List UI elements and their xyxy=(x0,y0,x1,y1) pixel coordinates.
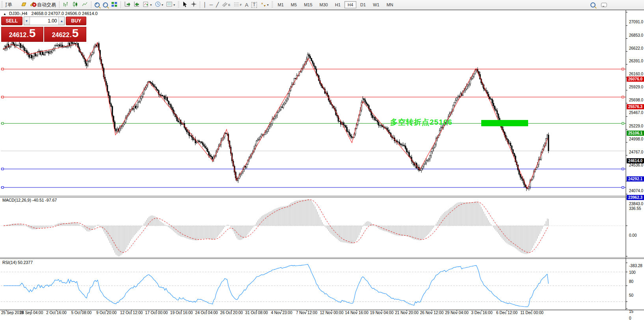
clock-icon xyxy=(155,1,161,8)
sell-price-box[interactable]: 24612.5 xyxy=(1,27,43,42)
autotrading-button[interactable]: 自动交易 xyxy=(28,1,58,9)
volume-decrease-button[interactable]: ▼ xyxy=(24,17,30,25)
candlestick-chart-button[interactable] xyxy=(71,1,80,9)
timeframe-button-h4[interactable]: H4 xyxy=(344,1,356,8)
collapse-panel-icon[interactable]: ▲ xyxy=(3,12,6,16)
dropdown-arrow-icon: ▾ xyxy=(173,3,175,7)
buy-price-box[interactable]: 24622.5 xyxy=(44,27,86,42)
highlight-rect xyxy=(481,120,528,126)
chart-title: ▲ DJ30-,H4 24658.0 24707.0 24506.0 24614… xyxy=(3,11,98,16)
timeframe-button-m15[interactable]: M15 xyxy=(301,1,315,8)
line-handle xyxy=(2,168,4,170)
zoom-in-button[interactable]: + xyxy=(93,1,101,9)
orders-button[interactable]: 订单 xyxy=(4,1,19,9)
crosshair-icon xyxy=(191,1,197,8)
cursor-icon xyxy=(182,1,188,9)
timeframe-button-w1[interactable]: W1 xyxy=(370,1,383,8)
auto-scroll-icon xyxy=(124,1,130,8)
rsi-line xyxy=(4,264,549,307)
timeframe-button-mn[interactable]: MN xyxy=(383,1,396,8)
text-tool[interactable]: A xyxy=(244,1,250,9)
toolbar-grip[interactable] xyxy=(1,1,3,8)
text-label-tool[interactable]: T xyxy=(250,1,258,9)
fibonacci-letter: F xyxy=(240,3,242,7)
trendline-tool[interactable]: ╱ xyxy=(214,1,220,9)
indicators-button[interactable]: ▾ xyxy=(141,1,153,9)
macd-indicator-label: MACD(12,26,9) -40.51 -97.67 xyxy=(2,198,57,202)
toolbar: 订单 自动交易 xyxy=(0,0,644,10)
cursor-button[interactable] xyxy=(181,1,189,9)
trendline-icon: ╱ xyxy=(216,2,219,7)
sell-button[interactable]: SELL xyxy=(1,17,22,25)
dropdown-arrow-icon: ▾ xyxy=(267,3,269,7)
line-handle xyxy=(2,68,4,70)
volume-increase-button[interactable]: ▲ xyxy=(58,17,64,25)
dropdown-arrow-icon: ▾ xyxy=(162,3,163,7)
channel-letter: E xyxy=(228,3,230,7)
line-chart-button[interactable] xyxy=(80,1,89,9)
candlestick-chart-icon xyxy=(72,1,78,9)
toolbar-grip[interactable] xyxy=(178,1,179,8)
fibonacci-tool[interactable]: F xyxy=(232,1,244,9)
chart-window[interactable]: 27091.026853.026622.026391.026160.025929… xyxy=(0,10,644,320)
buy-button[interactable]: BUY xyxy=(66,17,86,25)
arrows-tool[interactable]: ▾ xyxy=(259,1,270,9)
mt4-window: 订单 自动交易 xyxy=(0,0,644,320)
indicators-icon xyxy=(143,1,149,9)
autotrading-label: 自动交易 xyxy=(37,2,56,8)
bar-chart-button[interactable] xyxy=(61,1,71,9)
toolbar-grip[interactable] xyxy=(272,1,273,8)
search-icon xyxy=(590,2,596,7)
macd-pane xyxy=(1,199,626,256)
timeframe-button-m1[interactable]: M1 xyxy=(275,1,287,8)
volume-value[interactable]: 1.00 xyxy=(30,17,59,25)
timeframe-button-m5[interactable]: M5 xyxy=(288,1,300,8)
buy-button-label: BUY xyxy=(71,18,81,24)
templates-button[interactable]: ▾ xyxy=(165,1,177,9)
text-label-icon: T xyxy=(251,2,257,8)
timeframe-button-m30[interactable]: M30 xyxy=(316,1,331,8)
zoom-out-button[interactable]: - xyxy=(101,1,110,9)
chart-canvas[interactable] xyxy=(0,10,644,320)
candles-layer xyxy=(3,40,549,191)
channel-tool[interactable]: E xyxy=(220,1,232,9)
search-button[interactable] xyxy=(589,1,597,9)
line-handle xyxy=(2,122,4,124)
rsi-pane xyxy=(1,264,626,307)
toolbar-separator xyxy=(91,1,91,8)
chart-shift-button[interactable] xyxy=(132,1,141,9)
arrows-icon xyxy=(260,2,266,8)
chart-shift-icon xyxy=(134,1,140,8)
chart-annotation-text[interactable]: 多空转折点25106 xyxy=(390,117,452,127)
timeframe-button-d1[interactable]: D1 xyxy=(357,1,369,8)
new-order-button[interactable] xyxy=(19,1,28,9)
tile-windows-icon xyxy=(111,1,117,8)
timeframe-button-h1[interactable]: H1 xyxy=(332,1,344,8)
crosshair-button[interactable] xyxy=(189,1,198,9)
buy-price-main: 24622 xyxy=(52,32,70,39)
fibonacci-icon xyxy=(234,2,240,8)
line-handle xyxy=(622,168,624,170)
chart-ohlc-values: 24658.0 24707.0 24506.0 24614.0 xyxy=(32,11,98,16)
dropdown-arrow-icon: ▾ xyxy=(150,3,152,7)
line-handle xyxy=(622,96,624,98)
rsi-indicator-label: RSI(14) 50.2377 xyxy=(2,260,33,265)
line-handle xyxy=(2,187,4,189)
autotrading-icon xyxy=(30,1,37,8)
vertical-line-tool[interactable]: │ xyxy=(202,1,208,9)
line-handle xyxy=(622,187,624,189)
toolbar-separator xyxy=(59,1,60,8)
toolbar-separator xyxy=(200,1,200,8)
line-handle xyxy=(2,96,4,98)
horizontal-line-tool[interactable]: ─ xyxy=(208,1,215,9)
line-handle xyxy=(622,122,624,124)
toolbar-separator xyxy=(121,1,121,8)
auto-scroll-button[interactable] xyxy=(123,1,132,9)
one-click-trading-panel: SELL ▼ 1.00 ▲ BUY 24612.5 24622.5 xyxy=(1,17,86,42)
tile-windows-button[interactable] xyxy=(110,1,119,9)
orders-label: 订单 xyxy=(6,2,12,8)
chat-button[interactable] xyxy=(599,1,609,9)
periods-button[interactable]: ▾ xyxy=(153,1,165,9)
text-tool-icon: A xyxy=(245,2,249,8)
sell-price-fraction: 5 xyxy=(29,27,36,39)
